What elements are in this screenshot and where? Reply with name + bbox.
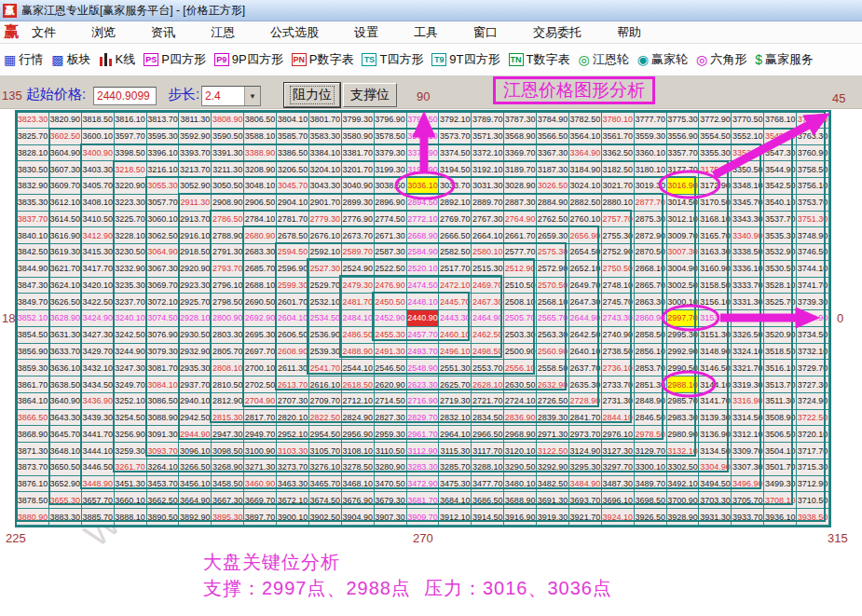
grid-cell: 3228.10 [115, 227, 147, 244]
menu-window[interactable]: 窗口 [473, 24, 498, 41]
toolbar-service[interactable]: $ 赢家服务 [755, 51, 814, 68]
menu-news[interactable]: 资讯 [151, 24, 175, 41]
toolbar-t-table[interactable]: TN T数字表 [509, 51, 570, 68]
grid-cell: 2896.90 [375, 195, 407, 212]
grid-cell: 3211.30 [212, 161, 244, 178]
grid-cell: 3540.10 [764, 195, 797, 212]
grid-cell: 3770.50 [732, 112, 764, 129]
grid-cell: 3936.10 [764, 509, 797, 526]
grid-cell: 3926.50 [635, 509, 667, 526]
grid-cell: 3112.90 [407, 443, 440, 459]
toolbar-kline[interactable]: K线 [99, 51, 135, 68]
grid-cell: 3446.50 [82, 459, 115, 476]
grid-cell: 3727.30 [797, 376, 829, 393]
grid-cell: 3592.90 [179, 129, 212, 145]
grid-cell: 2762.50 [537, 212, 569, 228]
grid-cell: 2976.10 [602, 426, 635, 443]
grid-cell: 3518.50 [764, 344, 797, 361]
menu-gann[interactable]: 江恩 [211, 24, 235, 41]
grid-cell: 3640.90 [49, 393, 82, 410]
grid-cell: 3002.50 [667, 278, 700, 294]
grid-cell: 3907.30 [375, 509, 407, 526]
toolbar-p-table[interactable]: PN P数字表 [292, 51, 354, 68]
toolbar-9t-square[interactable]: T9 9T四方形 [431, 51, 499, 68]
grid-cell: 3134.50 [699, 443, 732, 459]
grid-cell: 2558.50 [537, 360, 569, 376]
grid-cell: 2601.70 [277, 294, 309, 310]
t9-icon: T9 [431, 53, 446, 66]
grid-cell: 2572.90 [537, 261, 569, 278]
menu-settings[interactable]: 设置 [354, 24, 378, 41]
grid-cell: 2827.30 [375, 410, 407, 427]
grid-cell: 2887.30 [504, 195, 537, 212]
grid-cell: 3612.10 [49, 195, 82, 212]
toolbar-t-square[interactable]: TS T四方形 [362, 51, 423, 68]
grid-cell: 3578.50 [375, 129, 407, 145]
grid-cell: 2779.30 [309, 212, 342, 228]
grid-cell: 3350.50 [732, 161, 764, 178]
menu-stock-picker[interactable]: 公式选股 [270, 24, 319, 41]
grid-cell: 2899.30 [342, 195, 375, 212]
grid-cell: 3180.10 [635, 161, 667, 178]
service-icon: $ [755, 53, 762, 66]
grid-cell: 3600.10 [82, 129, 115, 145]
grid-cell: 3866.50 [17, 410, 49, 427]
grid-cell: 3292.90 [537, 459, 569, 476]
grid-cell: 2940.10 [179, 393, 212, 410]
grid-cell: 3417.70 [82, 261, 115, 278]
grid-cell: 2594.50 [277, 244, 309, 261]
grid-cell: 2587.30 [375, 244, 407, 261]
grid-cell: 2870.50 [635, 244, 667, 261]
toolbar-gann-wheel[interactable]: ◎ 江恩轮 [578, 51, 628, 68]
grid-cell: 2738.50 [602, 344, 635, 361]
toolbar-sectors[interactable]: ▩ 板块 [51, 51, 90, 68]
grid-cell: 3820.90 [49, 112, 82, 129]
app-logo-icon: 赢 [3, 4, 17, 18]
grid-cell: 3801.70 [309, 112, 342, 129]
grid-cell: 2978.50 [635, 426, 667, 443]
grid-cell: 2704.90 [244, 393, 277, 410]
grid-cell: 3432.10 [82, 360, 115, 376]
chevron-down-icon[interactable]: ▼ [244, 87, 260, 105]
step-combobox[interactable]: 2.4 ▼ [201, 86, 261, 106]
grid-cell: 2774.50 [375, 212, 407, 228]
toolbar-p-square[interactable]: PS P四方形 [144, 51, 206, 68]
menu-browse[interactable]: 浏览 [91, 24, 116, 41]
grid-cell: 2875.30 [635, 212, 667, 228]
grid-cell: 3482.50 [537, 476, 569, 493]
grid-cell: 3520.90 [764, 327, 797, 344]
menu-help[interactable]: 帮助 [617, 24, 641, 41]
grid-cell: 2548.90 [407, 360, 440, 376]
grid-cell: 3772.90 [699, 112, 732, 129]
grid-cell: 3698.50 [635, 492, 667, 509]
grid-cell: 2947.30 [212, 426, 244, 443]
toolbar-quotes[interactable]: ▦ 行情 [4, 51, 43, 68]
grid-cell: 3156.10 [699, 294, 732, 310]
toolbar-9p-square[interactable]: P9 9P四方形 [214, 51, 283, 68]
menu-trading[interactable]: 交易委托 [533, 24, 582, 41]
grid-cell: 3360.10 [635, 145, 667, 162]
menu-tools[interactable]: 工具 [414, 24, 438, 41]
menu-file[interactable]: 文件 [32, 24, 56, 41]
toolbar-winner-wheel[interactable]: ◉ 赢家轮 [637, 51, 688, 68]
grid-cell: 3816.10 [115, 112, 147, 129]
start-price-input[interactable] [93, 87, 157, 105]
grid-cell: 3859.30 [17, 360, 49, 376]
grid-cell: 3384.10 [309, 145, 342, 162]
support-button[interactable]: 支撑位 [343, 83, 397, 107]
grid-cell: 3405.70 [82, 178, 115, 195]
grid-cell: 3931.30 [699, 509, 732, 526]
toolbar-hexagon[interactable]: ◎ 六角形 [696, 51, 746, 68]
grid-cell: 2560.90 [537, 344, 569, 361]
grid-cell: 3787.30 [504, 112, 537, 129]
grid-cell: 3470.50 [375, 476, 407, 493]
resistance-button[interactable]: 阻力位 [284, 83, 340, 107]
hexagon-icon: ◎ [696, 53, 707, 66]
grid-cell: 2464.90 [472, 310, 504, 327]
grid-cell: 2491.30 [375, 344, 407, 361]
grid-cell: 2575.30 [537, 244, 569, 261]
grid-cell: 3662.50 [147, 492, 180, 509]
grid-cell: 3343.30 [732, 212, 764, 228]
grid-cell: 3652.90 [49, 476, 82, 493]
grid-cell: 2635.30 [569, 376, 602, 393]
